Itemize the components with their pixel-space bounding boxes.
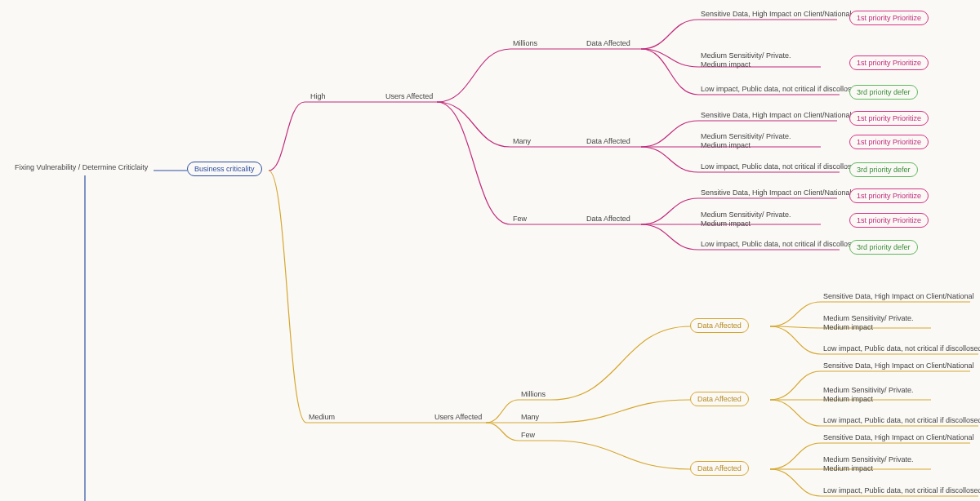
users-affected-medium[interactable]: Users Affected [434, 413, 482, 422]
high-millions-sensitive[interactable]: Sensitive Data, High Impact on Client/Na… [701, 10, 852, 19]
medium-many-sensitive[interactable]: Sensitive Data, High Impact on Client/Na… [823, 361, 974, 370]
high-few[interactable]: Few [513, 215, 527, 224]
medium-few-low[interactable]: Low impact, Public data, not critical if… [823, 486, 980, 495]
medium-few-data-affected-pill[interactable]: Data Affected [690, 461, 749, 476]
medium-millions-data-affected-pill[interactable]: Data Affected [690, 318, 749, 333]
pill-high-many-medium[interactable]: 1st priority Prioritize [849, 135, 929, 149]
criticality-medium[interactable]: Medium [309, 413, 335, 422]
pill-high-many-sensitive[interactable]: 1st priority Prioritize [849, 111, 929, 126]
high-many-data-affected[interactable]: Data Affected [586, 137, 630, 146]
high-millions-data-affected[interactable]: Data Affected [586, 39, 630, 48]
medium-millions-low[interactable]: Low impact, Public data, not critical if… [823, 344, 980, 353]
connectors-svg [0, 0, 980, 501]
root-node[interactable]: Fixing Vulnerability / Determine Criticl… [15, 163, 148, 172]
high-few-data-affected[interactable]: Data Affected [586, 215, 630, 224]
pill-high-millions-low[interactable]: 3rd priority defer [849, 85, 918, 100]
medium-few[interactable]: Few [521, 431, 535, 440]
high-many-sensitive[interactable]: Sensitive Data, High Impact on Client/Na… [701, 111, 852, 120]
pill-high-many-low[interactable]: 3rd priority defer [849, 162, 918, 177]
high-millions[interactable]: Millions [513, 39, 537, 48]
medium-many-data-affected-pill[interactable]: Data Affected [690, 392, 749, 406]
high-millions-low[interactable]: Low impact, Public data, not critical if… [701, 85, 860, 94]
pill-high-few-low[interactable]: 3rd priority defer [849, 240, 918, 255]
pill-high-few-sensitive[interactable]: 1st priority Prioritize [849, 188, 929, 203]
high-few-low[interactable]: Low impact, Public data, not critical if… [701, 240, 860, 249]
high-many[interactable]: Many [513, 137, 531, 146]
medium-millions-medium[interactable]: Medium Sensitivity/ Private. Medium impa… [823, 314, 914, 333]
pill-high-few-medium[interactable]: 1st priority Prioritize [849, 213, 929, 228]
high-many-medium[interactable]: Medium Sensitivity/ Private. Medium impa… [701, 132, 791, 151]
medium-many-medium[interactable]: Medium Sensitivity/ Private. Medium impa… [823, 386, 914, 405]
pill-high-millions-medium[interactable]: 1st priority Prioritize [849, 55, 929, 70]
users-affected-high[interactable]: Users Affected [385, 92, 433, 101]
medium-millions-sensitive[interactable]: Sensitive Data, High Impact on Client/Na… [823, 292, 974, 301]
business-criticality-pill[interactable]: Business criticality [187, 162, 262, 176]
mindmap-canvas[interactable]: Fixing Vulnerability / Determine Criticl… [0, 0, 980, 501]
medium-few-medium[interactable]: Medium Sensitivity/ Private. Medium impa… [823, 455, 914, 474]
medium-many[interactable]: Many [521, 413, 539, 422]
high-few-medium[interactable]: Medium Sensitivity/ Private. Medium impa… [701, 211, 791, 229]
pill-high-millions-sensitive[interactable]: 1st priority Prioritize [849, 11, 929, 25]
criticality-high[interactable]: High [310, 92, 326, 101]
high-few-sensitive[interactable]: Sensitive Data, High Impact on Client/Na… [701, 188, 852, 197]
medium-few-sensitive[interactable]: Sensitive Data, High Impact on Client/Na… [823, 433, 974, 442]
high-many-low[interactable]: Low impact, Public data, not critical if… [701, 162, 860, 171]
medium-many-low[interactable]: Low impact, Public data, not critical if… [823, 416, 980, 425]
medium-millions[interactable]: Millions [521, 390, 546, 399]
high-millions-medium[interactable]: Medium Sensitivity/ Private. Medium impa… [701, 51, 791, 70]
